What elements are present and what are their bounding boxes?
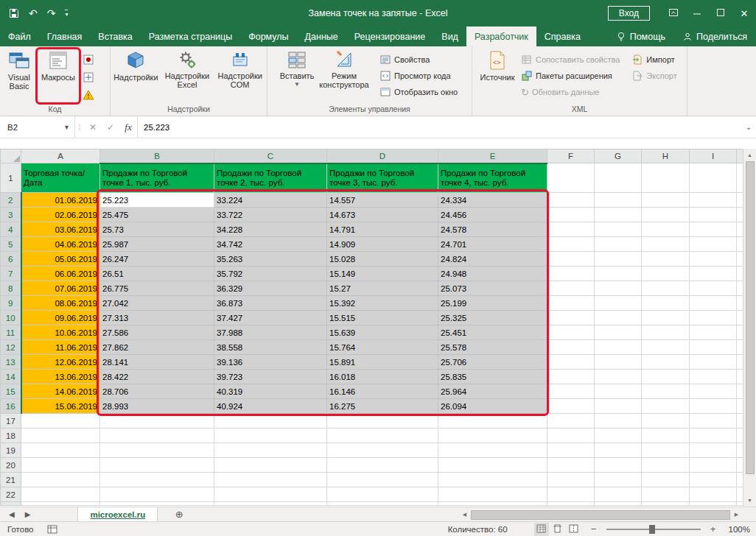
column-header-F[interactable]: F bbox=[547, 149, 595, 163]
cell-G13[interactable] bbox=[595, 355, 642, 370]
cell-H1[interactable] bbox=[642, 163, 690, 193]
formula-input[interactable]: 25.223 bbox=[137, 116, 741, 138]
tab-Справка[interactable]: Справка bbox=[536, 27, 589, 46]
record-macro-button[interactable] bbox=[80, 52, 102, 68]
sign-in-button[interactable]: Вход bbox=[608, 6, 650, 21]
cell-F7[interactable] bbox=[547, 267, 595, 281]
h-scroll-left-icon[interactable]: ◀ bbox=[458, 512, 471, 518]
cell-C14[interactable]: 39.723 bbox=[214, 370, 327, 384]
cell-G16[interactable] bbox=[595, 399, 642, 414]
vertical-scrollbar[interactable]: ▲ ▼ bbox=[743, 149, 756, 507]
cell-A6[interactable]: 05.06.2019 bbox=[21, 252, 100, 267]
cell-H11[interactable] bbox=[642, 325, 690, 340]
row-header-3[interactable]: 3 bbox=[1, 208, 21, 222]
row-header-2[interactable]: 2 bbox=[1, 193, 21, 208]
name-box[interactable]: B2 ▼ bbox=[0, 116, 75, 138]
cell-A20[interactable] bbox=[21, 458, 100, 473]
cell-C17[interactable] bbox=[214, 414, 327, 429]
cell-B9[interactable]: 27.042 bbox=[100, 296, 214, 311]
cell-G4[interactable] bbox=[595, 222, 642, 237]
cell-H5[interactable] bbox=[642, 237, 690, 252]
cell-H21[interactable] bbox=[642, 473, 690, 487]
cell-D14[interactable]: 16.018 bbox=[327, 370, 438, 384]
cell-I8[interactable] bbox=[690, 281, 737, 296]
cell-B17[interactable] bbox=[100, 414, 214, 429]
row-header-4[interactable]: 4 bbox=[1, 222, 21, 237]
page-break-view-button[interactable] bbox=[567, 523, 581, 536]
tab-Вид[interactable]: Вид bbox=[433, 27, 466, 46]
share-button[interactable]: Поделиться bbox=[674, 27, 756, 46]
zoom-level-label[interactable]: 100% bbox=[729, 525, 750, 534]
cell-I16[interactable] bbox=[690, 399, 737, 414]
cell-G2[interactable] bbox=[595, 193, 642, 208]
cell-A14[interactable]: 13.06.2019 bbox=[21, 370, 100, 384]
cell-D11[interactable]: 15.639 bbox=[327, 325, 438, 340]
row-header-7[interactable]: 7 bbox=[1, 267, 21, 281]
cell-A4[interactable]: 03.06.2019 bbox=[21, 222, 100, 237]
cell-F14[interactable] bbox=[547, 370, 595, 384]
properties-button[interactable]: Свойства bbox=[377, 52, 461, 68]
column-header-B[interactable]: B bbox=[100, 149, 214, 163]
v-scroll-down-icon[interactable]: ▼ bbox=[743, 494, 756, 507]
column-header-H[interactable]: H bbox=[642, 149, 690, 163]
cell-F6[interactable] bbox=[547, 252, 595, 267]
cell-B10[interactable]: 27.313 bbox=[100, 311, 214, 325]
cell-G11[interactable] bbox=[595, 325, 642, 340]
cell-B6[interactable]: 26.247 bbox=[100, 252, 214, 267]
customize-quick-access-button[interactable]: ▾ bbox=[65, 10, 68, 18]
tab-Главная[interactable]: Главная bbox=[39, 27, 91, 46]
expansion-packs-button[interactable]: Пакеты расширения bbox=[518, 68, 623, 84]
tab-help[interactable]: Помощь bbox=[608, 27, 674, 46]
cell-C2[interactable]: 33.224 bbox=[214, 193, 327, 208]
cell-I5[interactable] bbox=[690, 237, 737, 252]
run-dialog-button[interactable]: Отобразить окно bbox=[377, 84, 461, 100]
vertical-scrollbar-thumb[interactable] bbox=[746, 161, 755, 474]
cell-B13[interactable]: 28.141 bbox=[100, 355, 214, 370]
cell-F11[interactable] bbox=[547, 325, 595, 340]
cell-I17[interactable] bbox=[690, 414, 737, 429]
row-header-16[interactable]: 16 bbox=[1, 399, 21, 414]
cell-D10[interactable]: 15.515 bbox=[327, 311, 438, 325]
cell-F9[interactable] bbox=[547, 296, 595, 311]
cell-G7[interactable] bbox=[595, 267, 642, 281]
cell-C10[interactable]: 37.427 bbox=[214, 311, 327, 325]
zoom-in-button[interactable]: + bbox=[708, 523, 718, 535]
cell-B14[interactable]: 28.422 bbox=[100, 370, 214, 384]
zoom-slider-thumb[interactable] bbox=[649, 525, 655, 534]
page-layout-view-button[interactable] bbox=[550, 523, 565, 536]
cell-A21[interactable] bbox=[21, 473, 100, 487]
redo-button[interactable]: ↷ bbox=[47, 8, 56, 18]
cell-E19[interactable] bbox=[438, 443, 547, 458]
cell-A19[interactable] bbox=[21, 443, 100, 458]
cell-A18[interactable] bbox=[21, 429, 100, 443]
row-header-19[interactable]: 19 bbox=[1, 443, 21, 458]
cell-E13[interactable]: 25.706 bbox=[438, 355, 547, 370]
select-all-corner[interactable] bbox=[1, 149, 21, 163]
cell-A9[interactable]: 08.06.2019 bbox=[21, 296, 100, 311]
cell-G9[interactable] bbox=[595, 296, 642, 311]
cell-A5[interactable]: 04.06.2019 bbox=[21, 237, 100, 252]
cell-G1[interactable] bbox=[595, 163, 642, 193]
add-sheet-button[interactable]: ⊕ bbox=[169, 507, 189, 521]
cell-G5[interactable] bbox=[595, 237, 642, 252]
cell-H2[interactable] bbox=[642, 193, 690, 208]
cell-G21[interactable] bbox=[595, 473, 642, 487]
cell-D22[interactable] bbox=[327, 487, 438, 502]
cell-F16[interactable] bbox=[547, 399, 595, 414]
undo-button[interactable]: ↶ bbox=[29, 8, 38, 18]
cell-C8[interactable]: 36.329 bbox=[214, 281, 327, 296]
cell-B19[interactable] bbox=[100, 443, 214, 458]
row-header-10[interactable]: 10 bbox=[1, 311, 21, 325]
zoom-slider[interactable] bbox=[606, 529, 701, 530]
visual-basic-button[interactable]: Visual Basic bbox=[1, 48, 37, 104]
cell-H13[interactable] bbox=[642, 355, 690, 370]
cell-E2[interactable]: 24.334 bbox=[438, 193, 547, 208]
cell-D13[interactable]: 15.891 bbox=[327, 355, 438, 370]
ribbon-display-options-button[interactable] bbox=[662, 0, 685, 27]
cell-I4[interactable] bbox=[690, 222, 737, 237]
import-button[interactable]: Импорт bbox=[629, 52, 679, 68]
enter-button[interactable]: ✓ bbox=[102, 116, 119, 138]
cell-H16[interactable] bbox=[642, 399, 690, 414]
cell-B11[interactable]: 27.586 bbox=[100, 325, 214, 340]
cell-G8[interactable] bbox=[595, 281, 642, 296]
